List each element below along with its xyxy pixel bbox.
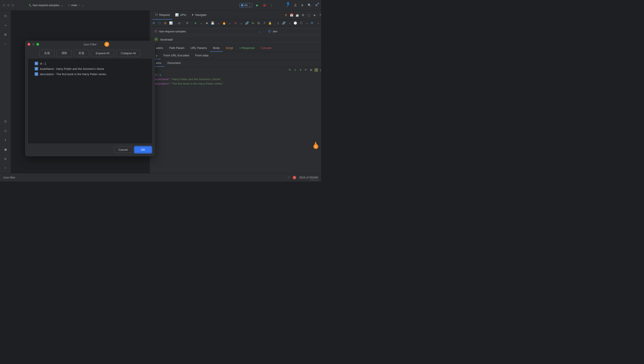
- cancel-button[interactable]: Cancel: [114, 146, 132, 153]
- filter-icon[interactable]: ▽: [314, 68, 318, 72]
- tree-item[interactable]: ✓ description : The first book in the Ha…: [35, 72, 145, 77]
- github-icon[interactable]: ⎔: [299, 21, 303, 25]
- target-icon[interactable]: ◎: [177, 21, 181, 25]
- lock-icon[interactable]: 🔒: [268, 21, 272, 25]
- minimize-window[interactable]: [7, 4, 10, 6]
- tab-response[interactable]: > Response: [236, 44, 258, 52]
- services-icon[interactable]: ⬡: [3, 129, 8, 133]
- more-icon[interactable]: ⋮: [269, 3, 273, 7]
- expand-all-button[interactable]: Expand All: [91, 50, 114, 56]
- gear-sm-icon[interactable]: ⚙: [152, 21, 155, 25]
- dialog-zoom[interactable]: [36, 43, 39, 46]
- checkbox[interactable]: ✓: [35, 62, 38, 65]
- checkbox[interactable]: ✓: [35, 67, 38, 70]
- git-icon[interactable]: ⑂: [3, 166, 8, 170]
- hex-icon[interactable]: ⬡: [158, 21, 161, 25]
- b-icon[interactable]: b: [300, 3, 304, 7]
- chevron-down-icon[interactable]: ⌄: [305, 21, 308, 25]
- import-icon[interactable]: ⤓: [276, 21, 280, 25]
- project-dropdown[interactable]: fR fast-request-samples ⌄: [27, 2, 65, 8]
- project-select[interactable]: P fast-request-samples ⌄: [152, 28, 263, 34]
- chevron-down-icon[interactable]: ⌄: [228, 21, 232, 25]
- search-icon[interactable]: 🔍: [307, 3, 311, 7]
- link2-icon[interactable]: 🔗: [282, 21, 286, 25]
- select-all-button[interactable]: 全选: [40, 50, 55, 56]
- undo-icon[interactable]: ↶: [304, 68, 307, 72]
- run-icon[interactable]: ▶: [255, 3, 259, 7]
- grid-icon[interactable]: ⊞: [163, 21, 167, 25]
- save-icon[interactable]: 💾: [211, 21, 214, 25]
- tab-apis[interactable]: 📊 APIs: [172, 10, 189, 20]
- json-editor[interactable]: ✎ ≡ ✦ ↶ ⧉ ▽ {$} ⮐ ✓ { "id": 1, "bookName…: [150, 67, 321, 173]
- chevron-down-icon[interactable]: ⌄: [288, 21, 291, 25]
- structure-tool-icon[interactable]: ⊞: [3, 32, 8, 36]
- tab-form-urlencoded[interactable]: Form URL-Encoded: [161, 52, 192, 59]
- ok-button[interactable]: OK: [135, 146, 152, 153]
- tab-navigate[interactable]: ✦ Navigate: [189, 10, 209, 20]
- stop-icon[interactable]: ■: [205, 21, 209, 25]
- profiler-icon[interactable]: ⏱: [3, 120, 8, 124]
- terminal-icon[interactable]: ▣: [3, 147, 8, 152]
- tab-pathparam[interactable]: Path Param: [166, 44, 188, 52]
- checkbox[interactable]: ✓: [35, 72, 38, 76]
- error-icon[interactable]: !: [293, 176, 296, 179]
- tab-body[interactable]: Body: [210, 44, 223, 52]
- braces-icon[interactable]: {$}: [320, 68, 321, 72]
- gear-icon[interactable]: ⚙: [301, 14, 305, 17]
- chevron-down-icon[interactable]: ⌄: [239, 21, 243, 25]
- chevron-down-icon[interactable]: ⌄: [316, 21, 320, 25]
- env-select[interactable]: E dev ⌄: [265, 28, 321, 34]
- layers-icon[interactable]: ◈: [313, 14, 316, 17]
- code-with-me-icon[interactable]: 👤⁺: [286, 3, 290, 7]
- font-size-control[interactable]: AA ⌄: [239, 3, 252, 8]
- commit-tool-icon[interactable]: ⊸: [3, 23, 8, 27]
- coffee-icon[interactable]: ☕: [295, 14, 299, 17]
- disable-icon[interactable]: ⊘: [234, 21, 237, 25]
- vcs-branch[interactable]: ⑂ main ⤓ ⌄: [68, 4, 85, 7]
- markdown-icon[interactable]: M↓: [311, 21, 314, 25]
- dialog-close[interactable]: [28, 43, 30, 46]
- tab-script[interactable]: Script: [223, 44, 236, 52]
- ai-icon[interactable]: ✦: [299, 68, 302, 72]
- green-box-icon[interactable]: ▢: [307, 14, 310, 17]
- more-tools-icon[interactable]: ⋯: [3, 42, 8, 46]
- send-icon[interactable]: ➤: [194, 21, 197, 25]
- tab-request[interactable]: 🛡 Request: [152, 10, 172, 20]
- chevron-down-icon[interactable]: ⌄: [217, 21, 220, 25]
- zoom-window[interactable]: [12, 4, 14, 6]
- help-icon[interactable]: ?: [318, 14, 321, 17]
- nav-icon[interactable]: ↗: [262, 21, 266, 25]
- format-icon[interactable]: ≡: [293, 68, 297, 72]
- dialog-minimize[interactable]: [32, 43, 35, 46]
- close-window[interactable]: [3, 4, 5, 6]
- link-icon[interactable]: 🔗: [245, 21, 249, 25]
- edit-icon[interactable]: ✎: [288, 68, 291, 72]
- history-icon[interactable]: 🕐: [293, 21, 297, 25]
- tree-item[interactable]: ✓ bookName : Harry Potter and the Sorcer…: [35, 66, 145, 72]
- invert-button[interactable]: 反选: [74, 50, 89, 56]
- refresh-icon[interactable]: ⟳: [185, 21, 189, 25]
- copy-icon[interactable]: ⧉: [257, 21, 260, 25]
- debug-icon[interactable]: 🐞: [262, 3, 266, 7]
- chevron-down-icon[interactable]: ⌄: [199, 21, 203, 25]
- stats-icon[interactable]: 📊: [169, 21, 173, 25]
- copy-json-icon[interactable]: ⧉: [309, 68, 313, 72]
- text-tool-icon[interactable]: T: [3, 138, 8, 142]
- project-tool-icon[interactable]: 🗀: [3, 14, 8, 18]
- calendar-icon[interactable]: 📅: [290, 14, 293, 17]
- tree-item[interactable]: ✓ id : 1: [35, 61, 145, 66]
- clear-button[interactable]: 清除: [57, 50, 72, 56]
- fire-icon[interactable]: 🔥: [222, 21, 226, 25]
- tab-headers[interactable]: aders: [153, 44, 166, 52]
- tab-console[interactable]: Console: [258, 44, 274, 52]
- tab-urlparams[interactable]: URL Params: [187, 44, 210, 52]
- problems-icon[interactable]: ⊘: [3, 156, 8, 161]
- url-bar[interactable]: P /book/add: [152, 36, 321, 43]
- tab-document[interactable]: Document: [165, 60, 184, 67]
- collapse-all-button[interactable]: Collapse All: [116, 50, 141, 56]
- settings-icon[interactable]: ⚙: [314, 3, 318, 7]
- translate-icon[interactable]: 文: [293, 3, 297, 7]
- up-icon[interactable]: ⬆: [284, 14, 287, 17]
- target2-icon[interactable]: ⊕: [251, 21, 254, 25]
- tab-form-data[interactable]: Form-data: [192, 52, 211, 59]
